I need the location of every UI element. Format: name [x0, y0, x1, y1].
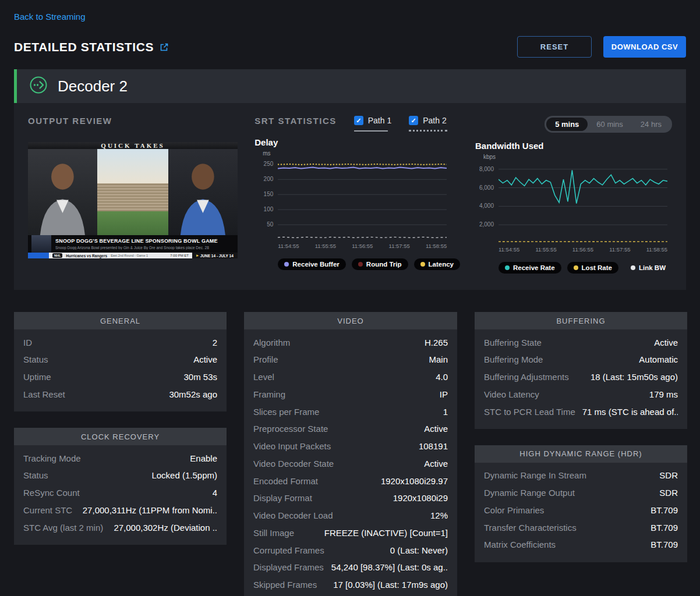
stat-label: Matrix Coefficients: [484, 540, 556, 551]
legend-dot-icon: [420, 262, 425, 267]
stat-row: Buffering State Active: [484, 334, 678, 352]
general-card: GENERAL ID 2 Status Active Uptime: [14, 312, 227, 411]
ticker-league: NHL: [52, 253, 62, 258]
stat-label: Encoded Format: [253, 476, 318, 487]
ticker-promo: ▸ JUNE 14 - JULY 14: [192, 253, 238, 258]
decoder-name: Decoder 2: [58, 77, 128, 95]
stat-value: 2: [213, 338, 217, 347]
stat-value: Automatic: [639, 354, 678, 364]
stat-value: 1920x1080i29.97: [381, 476, 448, 486]
stat-value: 12%: [430, 510, 448, 520]
buffering-card-header: BUFFERING: [475, 312, 687, 329]
legend-latency[interactable]: Latency: [414, 258, 460, 270]
bandwidth-y-axis: 2,0004,0006,0008,000: [475, 162, 499, 243]
video-frame: [28, 149, 238, 235]
stat-label: Displayed Frames: [253, 562, 324, 573]
stat-row: Skipped Frames 17 [0.03%] (Last: 17m9s a…: [253, 577, 448, 594]
legend-dot-icon: [284, 262, 289, 267]
stat-label: Dynamic Range In Stream: [484, 470, 586, 481]
stat-row: Color Primaries BT.709: [484, 502, 678, 519]
range-60-mins[interactable]: 60 mins: [588, 118, 632, 131]
stat-row: Still Image FREEZE (INACTIVE) [Count=1]: [253, 524, 448, 542]
y-tick-label: 150: [264, 191, 274, 197]
bandwidth-plot-area: [499, 162, 667, 243]
path1-checkbox[interactable]: ✓: [354, 116, 363, 125]
stat-value: Enable: [190, 453, 217, 463]
bandwidth-section: 5 mins 60 mins 24 hrs Bandwidth Used kbp…: [475, 116, 672, 274]
stat-row: Buffering Adjustments 18 (Last: 15m50s a…: [484, 369, 678, 386]
lower-third: SNOOP DOGG'S BEVERAGE LINE SPONSORING BO…: [28, 235, 238, 253]
legend-lost-rate[interactable]: Lost Rate: [567, 262, 618, 274]
ticker-chevron-icon: ▸: [196, 253, 199, 258]
legend-receive-buffer[interactable]: Receive Buffer: [278, 258, 346, 270]
stat-row: Encoded Format 1920x1080i29.97: [253, 473, 448, 490]
stat-row: STC to PCR Lead Time 71 ms (STC is ahead…: [484, 403, 678, 421]
legend-link-bw[interactable]: Link BW: [624, 262, 672, 274]
show-banner-text: QUICK TAKES: [101, 142, 164, 149]
bandwidth-chart: Bandwidth Used kbps 2,0004,0006,0008,000…: [475, 141, 672, 274]
path1-toggle[interactable]: ✓ Path 1: [354, 116, 391, 132]
stat-value: 1920x1080i29: [393, 493, 448, 503]
stat-row: Corrupted Frames 0 (Last: Never): [253, 542, 448, 559]
page-header: Back to Streaming DETAILED STATISTICS RE…: [0, 0, 700, 58]
x-tick-label: 11:58:55: [646, 246, 667, 253]
path2-line-style: [409, 130, 447, 132]
stat-row: ID 2: [23, 334, 217, 352]
y-tick-label: 6,000: [479, 185, 494, 191]
range-5-mins[interactable]: 5 mins: [546, 118, 588, 131]
stat-value: BT.709: [650, 540, 678, 549]
legend-receive-rate[interactable]: Receive Rate: [499, 262, 561, 274]
path2-checkbox[interactable]: ✓: [409, 116, 418, 125]
stat-value: 108191: [419, 441, 448, 451]
decoder-icon: [29, 75, 48, 97]
legend-dot-icon: [574, 265, 578, 270]
stat-row: Buffering Mode Automatic: [484, 352, 678, 369]
general-card-header: GENERAL: [14, 312, 227, 329]
stat-row: Preprocessor State Active: [253, 421, 448, 438]
stat-label: Buffering State: [484, 338, 542, 349]
ticker-time: 7:00 PM ET: [170, 254, 189, 257]
output-preview-video[interactable]: QUICK TAKES: [28, 142, 238, 258]
legend-label: Receive Buffer: [292, 261, 340, 268]
stadium-sky: [97, 149, 168, 183]
decoder-header: Decoder 2: [14, 69, 686, 103]
path2-toggle[interactable]: ✓ Path 2: [409, 116, 447, 132]
range-24-hrs[interactable]: 24 hrs: [632, 118, 670, 131]
stat-value: 1: [443, 407, 448, 417]
stat-label: Dynamic Range Output: [484, 488, 575, 499]
stat-label: Uptime: [23, 372, 51, 383]
legend-round-trip[interactable]: Round Trip: [352, 258, 408, 270]
path1-label: Path 1: [368, 116, 391, 125]
stat-value: SDR: [659, 470, 678, 480]
ticker-promo-text: JUNE 14 - JULY 14: [200, 254, 234, 258]
external-link-icon[interactable]: [160, 42, 169, 52]
stat-value: BT.709: [650, 505, 678, 515]
stat-value: 27,000,311Hz (11PPM from Nomi..: [83, 505, 217, 515]
page-title: DETAILED STATISTICS: [14, 40, 154, 54]
stat-row: Algorithm H.265: [253, 334, 448, 352]
ticker-matchup: Hurricanes vs Rangers: [66, 254, 107, 258]
caption-subtext: Snoop Dogg Arizona Bowl presented by Gin…: [55, 246, 218, 250]
stat-row: Video Input Packets 108191: [253, 438, 448, 456]
stat-row: Video Latency 179 ms: [484, 386, 678, 403]
stat-row: Profile Main: [253, 352, 448, 369]
legend-label: Round Trip: [366, 261, 402, 268]
download-csv-button[interactable]: DOWNLOAD CSV: [603, 36, 686, 58]
video-card: VIDEO Algorithm H.265 Profile Main Level: [244, 312, 457, 596]
output-review-heading: OUTPUT REVIEW: [28, 116, 239, 126]
bandwidth-legend: Receive RateLost RateLink BW: [499, 262, 672, 274]
back-to-streaming-link[interactable]: Back to Streaming: [14, 12, 86, 22]
stat-label: ID: [23, 338, 32, 349]
y-tick-label: 2,000: [479, 221, 494, 228]
stat-label: Algorithm: [253, 338, 290, 349]
stat-value: 4.0: [436, 372, 448, 382]
stat-label: Transfer Characteristics: [484, 523, 577, 534]
stat-label: STC to PCR Lead Time: [484, 407, 575, 418]
bandwidth-chart-unit: kbps: [483, 154, 672, 160]
reset-button[interactable]: RESET: [517, 36, 592, 58]
stat-label: Color Primaries: [484, 505, 544, 516]
clock-recovery-card-header: CLOCK RECOVERY: [14, 428, 227, 445]
stat-label: Still Image: [253, 528, 294, 539]
stat-value: 30m 53s: [183, 372, 217, 382]
legend-label: Latency: [429, 261, 454, 268]
